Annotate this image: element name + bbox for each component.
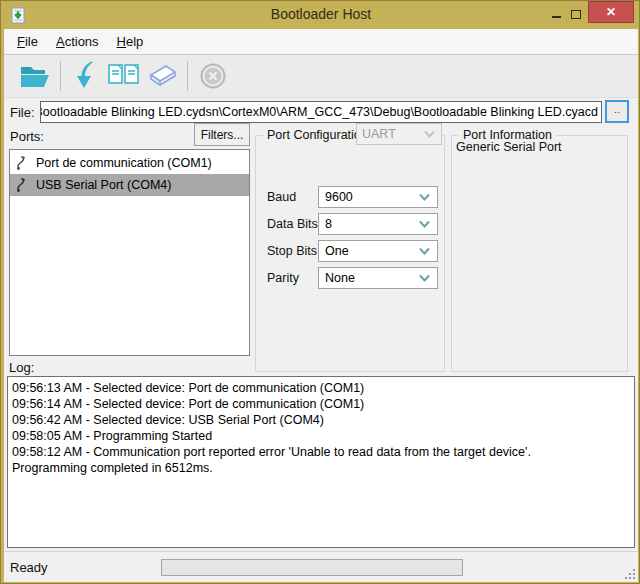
eraser-icon xyxy=(146,63,178,89)
browse-button[interactable]: .. xyxy=(605,100,629,123)
baud-select[interactable]: 9600 xyxy=(318,186,438,208)
ports-list[interactable]: Port de communication (COM1) USB Serial … xyxy=(9,149,250,356)
log-line: 09:56:42 AM - Selected device: USB Seria… xyxy=(12,412,630,428)
log-label: Log: xyxy=(9,360,34,375)
data-bits-value: 8 xyxy=(325,217,332,231)
port-information-content: Generic Serial Port xyxy=(456,140,562,154)
toolbar-separator xyxy=(187,61,188,91)
menu-help[interactable]: Help xyxy=(108,30,153,53)
menu-file[interactable]: File xyxy=(8,30,47,53)
chevron-down-icon xyxy=(418,246,431,256)
cancel-circle-icon xyxy=(199,62,227,90)
chevron-down-icon xyxy=(418,219,431,229)
data-bits-select[interactable]: 8 xyxy=(318,213,438,235)
status-bar: Ready xyxy=(4,551,638,582)
toolbar-separator xyxy=(60,61,61,91)
chevron-down-icon xyxy=(418,192,431,202)
log-output[interactable]: 09:56:13 AM - Selected device: Port de c… xyxy=(7,376,635,548)
parity-label: Parity xyxy=(267,271,299,285)
maximize-icon xyxy=(571,10,581,19)
bootloader-host-window: Bootloader Host ✕ File Actions Help xyxy=(0,0,640,584)
serial-port-icon xyxy=(14,177,30,193)
filters-label: Filters... xyxy=(201,128,244,142)
toolbar xyxy=(4,55,638,98)
verify-button[interactable] xyxy=(105,58,143,94)
protocol-value: UART xyxy=(362,127,396,141)
file-label: File: xyxy=(10,105,35,120)
file-path-input[interactable]: ader_41xx\Bootloadable Blinking LED.cyds… xyxy=(40,101,602,123)
serial-port-icon xyxy=(14,155,30,171)
protocol-select: UART xyxy=(356,123,442,145)
minimize-button[interactable] xyxy=(547,5,565,23)
log-line: Programming completed in 6512ms. xyxy=(12,460,630,476)
filters-button[interactable]: Filters... xyxy=(194,123,250,146)
log-line: 09:58:05 AM - Programming Started xyxy=(12,428,630,444)
baud-value: 9600 xyxy=(325,190,353,204)
progress-bar xyxy=(161,559,463,576)
parity-value: None xyxy=(325,271,355,285)
log-line: 09:56:13 AM - Selected device: Port de c… xyxy=(12,380,630,396)
menu-bar: File Actions Help xyxy=(4,29,638,55)
documents-icon xyxy=(107,62,141,90)
chevron-down-icon xyxy=(418,273,431,283)
resize-grip-icon[interactable] xyxy=(625,569,635,579)
menu-actions[interactable]: Actions xyxy=(47,30,108,53)
abort-button xyxy=(194,58,232,94)
open-file-button[interactable] xyxy=(16,58,54,94)
browse-label: .. xyxy=(614,103,620,115)
log-line: 09:56:14 AM - Selected device: Port de c… xyxy=(12,396,630,412)
program-button[interactable] xyxy=(67,58,105,94)
parity-select[interactable]: None xyxy=(318,267,438,289)
stop-bits-select[interactable]: One xyxy=(318,240,438,262)
port-item-label: Port de communication (COM1) xyxy=(36,156,212,170)
folder-open-icon xyxy=(19,63,52,90)
window-title: Bootloader Host xyxy=(1,6,640,22)
stop-bits-label: Stop Bits xyxy=(267,244,317,258)
client-area: File Actions Help xyxy=(4,29,638,582)
ports-label: Ports: xyxy=(10,129,44,144)
download-arrow-icon xyxy=(72,61,100,91)
status-text: Ready xyxy=(10,560,48,575)
maximize-button[interactable] xyxy=(567,5,585,23)
close-icon: ✕ xyxy=(606,5,616,19)
port-item-label: USB Serial Port (COM4) xyxy=(36,178,171,192)
minimize-icon xyxy=(552,16,561,18)
chevron-down-icon xyxy=(423,129,436,139)
file-path-value: ader_41xx\Bootloadable Blinking LED.cyds… xyxy=(40,105,598,119)
erase-button[interactable] xyxy=(143,58,181,94)
baud-label: Baud xyxy=(267,190,296,204)
close-button[interactable]: ✕ xyxy=(588,1,634,23)
port-item-com4[interactable]: USB Serial Port (COM4) xyxy=(10,174,249,196)
port-configuration-group: Port Configuration Baud 9600 Data Bits 8… xyxy=(255,135,445,372)
stop-bits-value: One xyxy=(325,244,349,258)
port-item-com1[interactable]: Port de communication (COM1) xyxy=(10,152,249,174)
titlebar[interactable]: Bootloader Host ✕ xyxy=(1,1,640,29)
data-bits-label: Data Bits xyxy=(267,217,318,231)
port-information-group: Port Information Generic Serial Port xyxy=(451,135,628,372)
log-line: 09:58:12 AM - Communication port reporte… xyxy=(12,444,630,460)
